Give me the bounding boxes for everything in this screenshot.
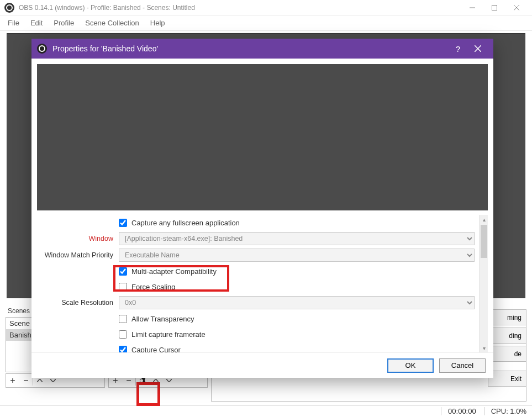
scale-res-select[interactable]: 0x0 bbox=[119, 296, 475, 309]
dialog-title: Properties for 'Banished Video' bbox=[52, 44, 448, 53]
scroll-up-icon[interactable]: ▴ bbox=[480, 215, 488, 224]
force-scaling-checkbox[interactable] bbox=[119, 283, 127, 291]
close-button[interactable] bbox=[505, 0, 528, 15]
limit-framerate-label: Limit capture framerate bbox=[131, 330, 206, 339]
svg-rect-1 bbox=[492, 5, 497, 10]
dialog-close-button[interactable] bbox=[468, 39, 488, 59]
form-scroll: Capture any fullscreen application Windo… bbox=[37, 215, 479, 352]
menu-scene-collection[interactable]: Scene Collection bbox=[80, 17, 145, 29]
multi-adapter-checkbox[interactable] bbox=[119, 267, 127, 276]
window-label: Window bbox=[37, 235, 119, 242]
dialog-titlebar[interactable]: Properties for 'Banished Video' ? bbox=[31, 39, 493, 59]
scroll-thumb[interactable] bbox=[481, 225, 487, 258]
multi-adapter-label: Multi-adapter Compatibility bbox=[131, 267, 217, 276]
obs-logo-icon bbox=[37, 44, 47, 54]
source-preview bbox=[37, 64, 488, 210]
window-title: OBS 0.14.1 (windows) - Profile: Banished… bbox=[19, 4, 461, 12]
force-scaling-label: Force Scaling bbox=[131, 283, 175, 291]
start-recording-button[interactable]: ding bbox=[488, 328, 526, 344]
dialog-footer: OK Cancel bbox=[31, 352, 493, 378]
studio-mode-button[interactable]: de bbox=[488, 346, 526, 362]
start-streaming-button[interactable]: ming bbox=[488, 309, 526, 325]
scroll-down-icon[interactable]: ▾ bbox=[480, 344, 488, 352]
scrollbar[interactable]: ▴ ▾ bbox=[479, 215, 488, 352]
add-scene-button[interactable]: + bbox=[6, 374, 19, 387]
remove-scene-button[interactable]: − bbox=[19, 374, 33, 387]
window-select[interactable]: [Application-steam-x64.exe]: Banished bbox=[119, 232, 475, 245]
dialog-help-button[interactable]: ? bbox=[448, 39, 468, 59]
exit-button[interactable]: Exit bbox=[488, 371, 526, 387]
capture-cursor-label: Capture Cursor bbox=[131, 346, 181, 353]
scale-res-label: Scale Resolution bbox=[37, 299, 119, 307]
menubar: File Edit Profile Scene Collection Help bbox=[0, 15, 532, 31]
allow-transparency-checkbox[interactable] bbox=[119, 315, 127, 323]
capture-fullscreen-label: Capture any fullscreen application bbox=[131, 219, 240, 227]
allow-transparency-label: Allow Transparency bbox=[131, 315, 194, 323]
main-titlebar: OBS 0.14.1 (windows) - Profile: Banished… bbox=[0, 0, 532, 15]
minimize-button[interactable] bbox=[461, 0, 483, 15]
menu-help[interactable]: Help bbox=[145, 17, 171, 29]
status-cpu: CPU: 1.0% bbox=[484, 407, 526, 415]
limit-framerate-checkbox[interactable] bbox=[119, 330, 127, 339]
cancel-button[interactable]: Cancel bbox=[439, 358, 486, 373]
capture-fullscreen-checkbox[interactable] bbox=[119, 219, 127, 227]
menu-edit[interactable]: Edit bbox=[25, 17, 48, 29]
menu-profile[interactable]: Profile bbox=[48, 17, 80, 29]
obs-logo-icon bbox=[4, 3, 14, 13]
menu-file[interactable]: File bbox=[2, 17, 25, 29]
status-time: 00:00:00 bbox=[441, 407, 476, 415]
priority-select[interactable]: Executable Name bbox=[119, 249, 475, 262]
priority-label: Window Match Priority bbox=[37, 251, 119, 259]
control-buttons: ming ding de Exit bbox=[488, 309, 526, 387]
properties-dialog: Properties for 'Banished Video' ? Captur… bbox=[31, 39, 493, 378]
maximize-button[interactable] bbox=[483, 0, 505, 15]
capture-cursor-checkbox[interactable] bbox=[119, 346, 127, 353]
ok-button[interactable]: OK bbox=[387, 358, 434, 373]
statusbar: 00:00:00 CPU: 1.0% bbox=[0, 405, 532, 417]
